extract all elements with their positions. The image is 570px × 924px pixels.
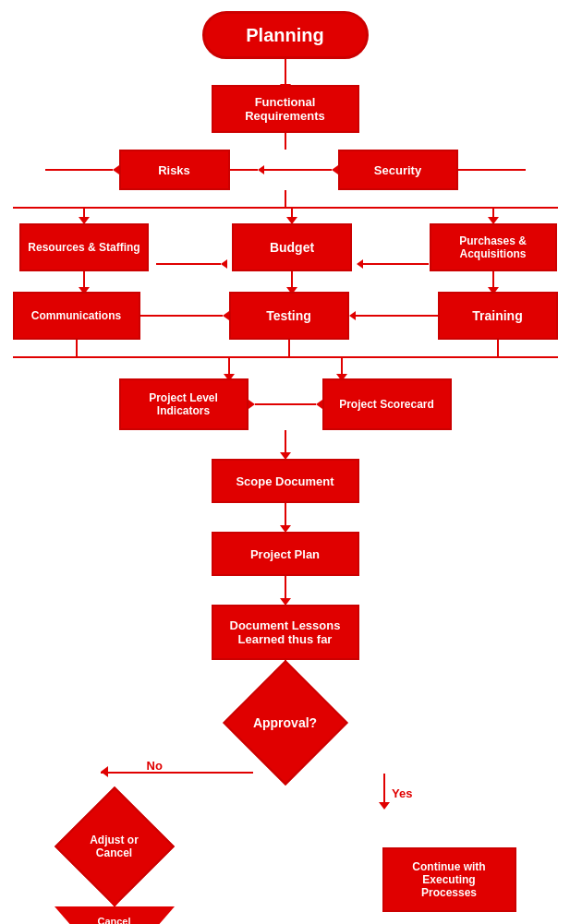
cancel-closing-label: CancelGo to Closing	[73, 916, 156, 924]
approval-diamond: Approval?	[225, 689, 346, 757]
risks-node: Risks	[119, 150, 230, 190]
project-level-indicators-node: Project LevelIndicators	[119, 378, 249, 430]
purchases-acquisitions-label: Purchases &Acquisitions	[459, 234, 527, 260]
risks-label: Risks	[158, 163, 190, 177]
document-lessons-node: Document LessonsLearned thus far	[212, 605, 359, 660]
project-plan-label: Project Plan	[250, 547, 320, 561]
continue-executing-node: Continue withExecutingProcesses	[382, 847, 516, 912]
scope-document-node: Scope Document	[212, 459, 359, 503]
communications-label: Communications	[31, 309, 121, 322]
project-scorecard-node: Project Scorecard	[322, 378, 452, 430]
approval-label: Approval?	[253, 715, 317, 730]
planning-label: Planning	[246, 25, 323, 46]
security-node: Security	[338, 150, 458, 190]
functional-requirements-node: Functional Requirements	[212, 85, 359, 133]
document-lessons-label: Document LessonsLearned thus far	[230, 618, 341, 646]
testing-label: Testing	[266, 308, 311, 323]
budget-node: Budget	[232, 223, 352, 271]
adjust-cancel-diamond: Adjust orCancel	[59, 812, 170, 881]
resources-staffing-label: Resources & Staffing	[28, 241, 139, 254]
project-level-indicators-label: Project LevelIndicators	[149, 391, 218, 417]
security-label: Security	[374, 163, 421, 177]
resources-staffing-node: Resources & Staffing	[19, 223, 149, 271]
project-plan-node: Project Plan	[212, 532, 359, 576]
flowchart: Planning Functional Requirements Risks S…	[0, 0, 570, 924]
functional-requirements-label: Functional Requirements	[245, 95, 325, 123]
project-scorecard-label: Project Scorecard	[339, 398, 434, 411]
planning-node: Planning	[202, 11, 369, 59]
testing-node: Testing	[229, 292, 349, 340]
training-label: Training	[472, 308, 522, 323]
communications-node: Communications	[13, 292, 140, 340]
purchases-acquisitions-node: Purchases &Acquisitions	[430, 223, 557, 271]
continue-executing-label: Continue withExecutingProcesses	[412, 860, 485, 899]
no-label: No	[147, 759, 163, 773]
cancel-closing-node: CancelGo to Closing	[55, 906, 175, 924]
yes-label: Yes	[392, 786, 412, 800]
scope-document-label: Scope Document	[236, 474, 334, 488]
adjust-cancel-label: Adjust orCancel	[78, 834, 152, 859]
budget-label: Budget	[270, 240, 314, 255]
training-node: Training	[438, 292, 558, 340]
